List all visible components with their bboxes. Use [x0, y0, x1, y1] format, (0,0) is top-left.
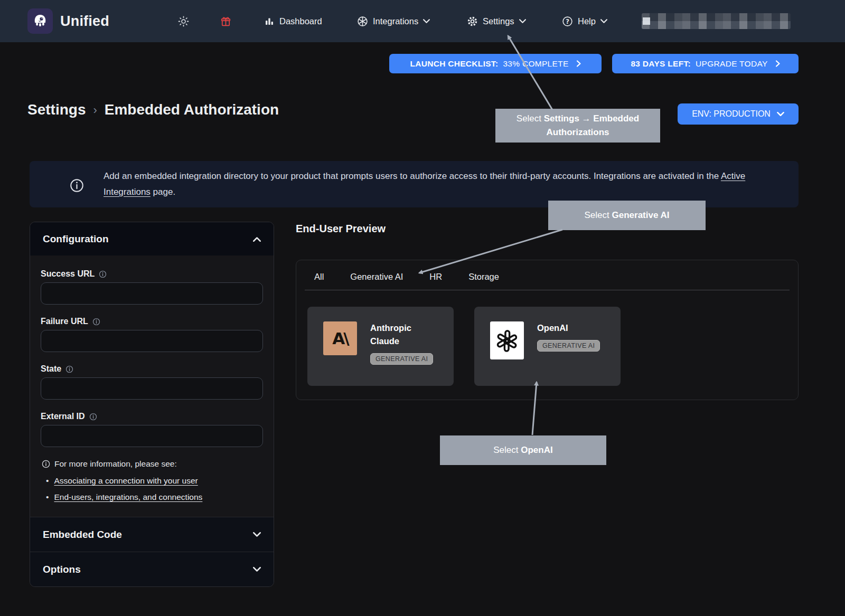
callout-select-settings: Select Settings → Embedded Authorization… — [495, 109, 660, 143]
nav-integrations[interactable]: Integrations — [357, 0, 430, 42]
top-navbar: Unified — [0, 0, 845, 42]
category-badge: GENERATIVE AI — [370, 353, 433, 365]
info-icon[interactable] — [89, 413, 97, 421]
tab-all[interactable]: All — [314, 272, 324, 282]
options-section-header[interactable]: Options — [30, 552, 274, 586]
banner-text-after: page. — [151, 187, 175, 197]
sun-icon — [178, 16, 189, 27]
card-title: Anthropic Claude — [370, 321, 439, 348]
list-item: Associating a connection with your user — [46, 476, 263, 486]
failure-url-input[interactable] — [41, 330, 263, 352]
nav-dashboard[interactable]: Dashboard — [264, 0, 322, 42]
tab-storage[interactable]: Storage — [468, 272, 499, 282]
launch-checklist-rest: 33% COMPLETE — [503, 59, 568, 69]
callout-select-generative-ai: Select Generative AI — [548, 201, 706, 230]
configuration-body: Success URL Failure URL St — [30, 255, 274, 517]
info-icon[interactable] — [92, 318, 100, 326]
info-icon — [70, 178, 84, 193]
callout-select-openai: Select OpenAI — [440, 435, 606, 465]
chevron-right-icon — [776, 60, 780, 67]
nav-help-label: Help — [578, 16, 596, 26]
external-id-field-group: External ID — [41, 412, 263, 447]
nav-integrations-label: Integrations — [373, 16, 418, 26]
state-label: State — [41, 364, 61, 374]
state-field-group: State — [41, 364, 263, 400]
integration-cards: A\ Anthropic Claude GENERATIVE AI — [296, 290, 798, 386]
chevron-down-icon — [777, 112, 784, 117]
category-badge: GENERATIVE AI — [537, 340, 600, 352]
launch-checklist-button[interactable]: LAUNCH CHECKLIST: 33% COMPLETE — [389, 54, 602, 73]
user-account-redacted — [642, 13, 791, 29]
brand: Unified — [27, 0, 109, 42]
chevron-right-icon — [577, 60, 581, 67]
anthropic-claude-card[interactable]: A\ Anthropic Claude GENERATIVE AI — [307, 307, 454, 386]
environment-select-button[interactable]: ENV: PRODUCTION — [678, 103, 799, 125]
info-banner-text: Add an embedded integration directory to… — [104, 168, 785, 200]
external-id-input[interactable] — [41, 425, 263, 447]
nav-settings[interactable]: Settings — [467, 0, 526, 42]
account-menu[interactable] — [642, 0, 791, 42]
options-title: Options — [43, 564, 81, 575]
chevron-down-icon — [253, 567, 261, 572]
external-id-label: External ID — [41, 412, 85, 421]
callout-text: Select — [493, 445, 521, 455]
gift-button[interactable] — [220, 0, 231, 42]
days-left-strong: 83 DAYS LEFT: — [631, 59, 691, 69]
brand-name: Unified — [60, 13, 109, 30]
theme-toggle-button[interactable] — [178, 0, 189, 42]
integrations-icon — [357, 16, 368, 27]
openai-logo — [490, 321, 524, 359]
success-url-field-group: Success URL — [41, 269, 263, 305]
environment-label: ENV: PRODUCTION — [692, 109, 771, 119]
card-title: OpenAI — [537, 321, 606, 335]
chevron-down-icon — [600, 19, 607, 24]
chevron-down-icon — [519, 19, 526, 24]
embedded-code-section-header[interactable]: Embedded Code — [30, 517, 274, 552]
more-info-text: For more information, please see: — [54, 459, 177, 469]
unified-logo-icon — [27, 8, 53, 34]
tab-hr[interactable]: HR — [429, 272, 442, 282]
page: Unified — [0, 0, 845, 616]
preview-title: End-User Preview — [296, 223, 386, 235]
doc-link-connection-user[interactable]: Associating a connection with your user — [54, 476, 198, 486]
anthropic-logo: A\ — [323, 321, 357, 355]
help-icon: ? — [562, 16, 573, 27]
info-icon — [42, 460, 50, 468]
openai-card[interactable]: OpenAI GENERATIVE AI — [474, 307, 621, 386]
breadcrumb-parent[interactable]: Settings — [27, 101, 86, 118]
configuration-title: Configuration — [43, 233, 109, 245]
upgrade-button[interactable]: 83 DAYS LEFT: UPGRADE TODAY — [612, 54, 799, 73]
chevron-down-icon — [253, 532, 261, 537]
nav-help[interactable]: ? Help — [562, 0, 607, 42]
more-info-line: For more information, please see: — [42, 459, 263, 469]
banner-text-before: Add an embedded integration directory to… — [104, 171, 721, 181]
breadcrumb: Settings › Embedded Authorization — [27, 101, 279, 118]
page-title: Embedded Authorization — [105, 101, 279, 118]
end-user-preview-panel: All Generative AI HR Storage A\ Anthropi… — [296, 260, 799, 400]
upgrade-rest: UPGRADE TODAY — [696, 59, 768, 69]
configuration-panel: Configuration Success URL Failure URL — [30, 222, 274, 587]
category-tabs: All Generative AI HR Storage — [296, 260, 798, 282]
tab-generative-ai[interactable]: Generative AI — [350, 272, 403, 282]
nav-dashboard-label: Dashboard — [279, 16, 322, 26]
callout-text: Select — [517, 113, 544, 124]
callout-text: Select — [585, 210, 612, 220]
configuration-section-header[interactable]: Configuration — [30, 222, 274, 255]
launch-checklist-strong: LAUNCH CHECKLIST: — [410, 59, 498, 69]
gift-icon — [220, 16, 231, 27]
failure-url-label: Failure URL — [41, 317, 88, 326]
info-icon[interactable] — [65, 365, 73, 373]
breadcrumb-separator: › — [93, 103, 97, 117]
success-url-input[interactable] — [41, 282, 263, 305]
chevron-down-icon — [423, 19, 430, 24]
list-item: End-users, integrations, and connections — [46, 492, 263, 502]
info-icon[interactable] — [99, 270, 107, 278]
anthropic-logo-glyph: A\ — [332, 329, 348, 348]
doc-link-endusers[interactable]: End-users, integrations, and connections — [54, 492, 202, 502]
state-input[interactable] — [41, 377, 263, 400]
embedded-code-title: Embedded Code — [43, 529, 122, 541]
svg-text:?: ? — [566, 17, 569, 25]
success-url-label: Success URL — [41, 269, 95, 279]
chevron-up-icon — [253, 236, 261, 242]
gear-icon — [467, 16, 478, 27]
